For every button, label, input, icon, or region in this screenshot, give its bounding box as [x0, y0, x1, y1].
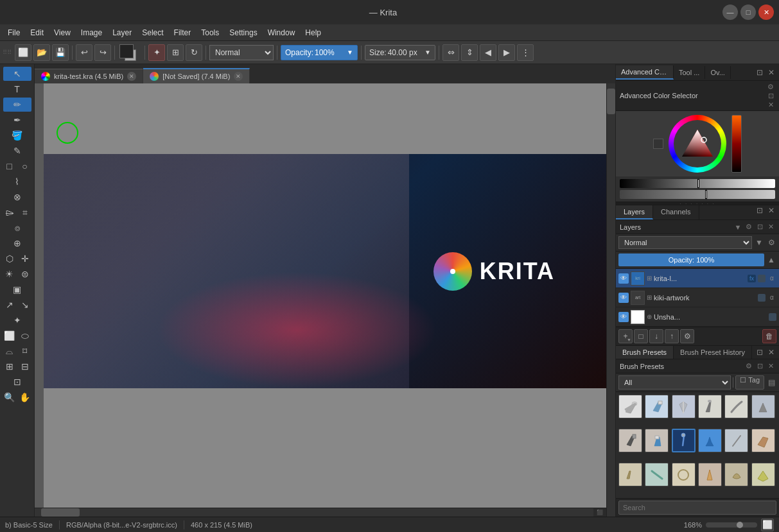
- tool-clone[interactable]: ⊕: [3, 236, 31, 250]
- tab-advanced-color[interactable]: Advanced Color S...: [616, 65, 674, 80]
- tab-ov[interactable]: Ov...: [705, 66, 730, 79]
- brush-preset-12[interactable]: [751, 429, 775, 452]
- layer-duplicate-button[interactable]: □: [634, 329, 648, 343]
- brush-preset-10[interactable]: [698, 429, 722, 452]
- layers-settings-icon[interactable]: ⚙: [744, 223, 753, 232]
- layer-down-button[interactable]: ↓: [649, 329, 663, 343]
- canvas-artwork[interactable]: KRITA: [44, 154, 606, 388]
- layer-blend-select[interactable]: Normal Multiply Screen: [618, 236, 752, 249]
- tab-tool[interactable]: Tool ...: [674, 66, 705, 79]
- layers-filter-icon[interactable]: ▼: [733, 223, 742, 232]
- color-float-icon[interactable]: ⊡: [766, 91, 775, 100]
- zoom-thumb[interactable]: [737, 522, 743, 528]
- layer-fx-badge[interactable]: fx: [748, 275, 756, 282]
- tab-close-1[interactable]: ✕: [127, 72, 136, 81]
- menu-file[interactable]: File: [3, 27, 25, 39]
- layer-visibility-2[interactable]: 👁: [618, 293, 629, 303]
- layer-item-1[interactable]: 👁 kri ⊞ krita-l... fx α: [616, 269, 779, 288]
- tool-freehand-select[interactable]: ⌇: [3, 175, 31, 189]
- next-button[interactable]: ▶: [498, 44, 515, 61]
- layers-close2-icon[interactable]: ✕: [766, 223, 775, 232]
- canvas-container[interactable]: ⬛: [35, 83, 615, 517]
- brush-tag-button[interactable]: ☐ Tag: [735, 375, 764, 390]
- tool-move[interactable]: ✛: [18, 252, 32, 266]
- save-button[interactable]: 💾: [52, 44, 69, 61]
- layer-delete-button[interactable]: 🗑: [762, 329, 776, 343]
- layer-opacity-row[interactable]: Opacity: 100% ▲: [616, 252, 779, 269]
- tool-transform[interactable]: ⬡: [3, 252, 17, 266]
- open-button[interactable]: 📂: [33, 44, 50, 61]
- brush-preset-2[interactable]: [645, 395, 669, 418]
- panel-close-icon[interactable]: ✕: [766, 67, 776, 78]
- brush-preset-16[interactable]: [698, 463, 722, 486]
- tool-select[interactable]: ↖: [3, 67, 31, 81]
- mirror-h-button[interactable]: ⇔: [442, 44, 459, 61]
- tool-node[interactable]: ⌗: [18, 205, 32, 219]
- brush-float-icon[interactable]: ⊡: [755, 347, 765, 357]
- brush-preset-7[interactable]: [618, 429, 642, 452]
- tool-freehand-brush[interactable]: ✏: [3, 98, 31, 112]
- menu-image[interactable]: Image: [76, 27, 107, 39]
- tool-pencil[interactable]: ✎: [3, 144, 31, 158]
- tool-text[interactable]: T: [3, 82, 31, 96]
- menu-settings[interactable]: Settings: [224, 27, 262, 39]
- tool-paint-bucket[interactable]: 🪣: [3, 128, 31, 142]
- menu-edit[interactable]: Edit: [25, 27, 49, 39]
- tab-brush-presets[interactable]: Brush Presets: [616, 346, 674, 359]
- tool-ellipse[interactable]: ○: [18, 159, 32, 173]
- layer-filter-btn[interactable]: ▼: [754, 237, 764, 248]
- tool-lasso[interactable]: ⌓: [3, 344, 17, 358]
- brush-preset-11[interactable]: [724, 429, 748, 452]
- tool-smart-patch[interactable]: ⌾: [3, 221, 31, 235]
- layer-properties-button[interactable]: ⚙: [680, 329, 694, 343]
- vscroll-thumb[interactable]: [607, 89, 615, 114]
- tab-layers[interactable]: Layers: [616, 205, 653, 219]
- tab-krita-test[interactable]: krita-test.kra (4.5 MiB) ✕: [35, 69, 143, 83]
- refresh-button[interactable]: ↻: [186, 44, 202, 61]
- opacity-widget[interactable]: Opacity: 100% ▼: [281, 45, 358, 60]
- brush-settings-icon[interactable]: ⚙: [744, 362, 753, 371]
- brush-preset-1[interactable]: [618, 395, 642, 418]
- tool-path[interactable]: ⌲: [3, 205, 17, 219]
- color-close-icon[interactable]: ✕: [766, 100, 775, 109]
- tool-contiguous[interactable]: ⊗: [3, 190, 31, 204]
- panel-float-icon[interactable]: ⊡: [755, 67, 765, 78]
- layer-item-2[interactable]: 👁 art ⊞ kiki-artwork α: [616, 288, 779, 307]
- brush-float2-icon[interactable]: ⊡: [755, 362, 764, 371]
- new-window-button[interactable]: ⬜: [15, 44, 31, 61]
- menu-layer[interactable]: Layer: [107, 27, 137, 39]
- brush-preset-4[interactable]: [698, 395, 722, 418]
- brush-close-icon[interactable]: ✕: [766, 347, 776, 357]
- layer-opacity-bar[interactable]: Opacity: 100%: [618, 253, 764, 266]
- redo-button[interactable]: ↪: [94, 44, 111, 61]
- tool-arrow-2[interactable]: ↘: [18, 298, 32, 312]
- layer-opacity-inc[interactable]: ▲: [766, 255, 776, 265]
- brush-search-input[interactable]: [618, 501, 776, 515]
- tool-zoom[interactable]: 🔍: [3, 390, 17, 404]
- tool-blur-sharpen[interactable]: ☀: [3, 267, 17, 281]
- layer-settings-btn[interactable]: ⚙: [766, 237, 776, 248]
- tool-contiguous-select[interactable]: ⊡: [3, 375, 31, 389]
- brush-preset-6[interactable]: [751, 395, 775, 418]
- layer-visibility-3[interactable]: 👁: [618, 312, 629, 322]
- undo-button[interactable]: ↩: [76, 44, 92, 61]
- tool-desaturate[interactable]: ⊜: [18, 267, 32, 281]
- menu-help[interactable]: Help: [300, 27, 326, 39]
- tool-ellipse-select[interactable]: ⬭: [18, 329, 32, 343]
- canvas-scrollbar-v[interactable]: [606, 83, 615, 517]
- layer-add-button[interactable]: + ▼: [618, 329, 633, 343]
- tab-brush-history[interactable]: Brush Preset History: [674, 346, 752, 359]
- tab-close-2[interactable]: ✕: [234, 72, 243, 81]
- tool-rect[interactable]: □: [3, 159, 17, 173]
- tool-pan[interactable]: ✋: [18, 390, 32, 404]
- menu-select[interactable]: Select: [137, 27, 168, 39]
- color-slider-1[interactable]: [620, 179, 775, 188]
- color-swatch-small[interactable]: [653, 139, 663, 149]
- maximize-button[interactable]: □: [740, 4, 756, 20]
- zoom-slider[interactable]: [706, 522, 757, 528]
- canvas-scrollbar-h[interactable]: ⬛: [35, 508, 606, 517]
- brush-preset-18[interactable]: [751, 463, 775, 486]
- color-value-strip[interactable]: [731, 115, 742, 173]
- brush-preset-8[interactable]: [645, 429, 669, 452]
- color-wheel-container[interactable]: [616, 111, 779, 176]
